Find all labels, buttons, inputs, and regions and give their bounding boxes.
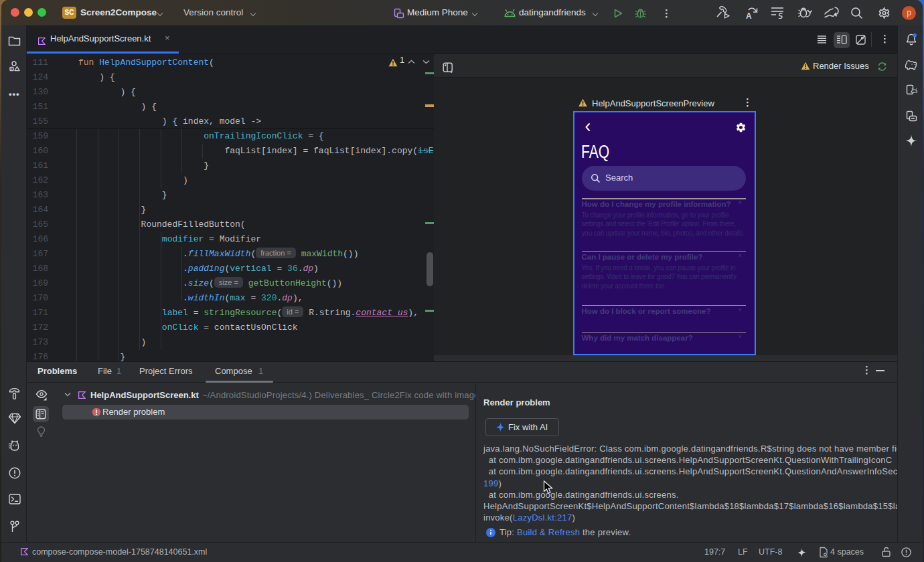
svg-text:A: A [746,11,752,20]
